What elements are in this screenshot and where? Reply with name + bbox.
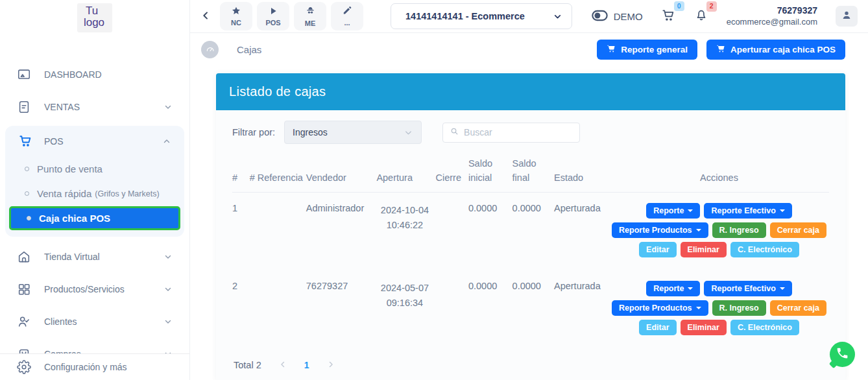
sidebar-item-tienda-virtual[interactable]: Tienda Virtual — [0, 241, 189, 273]
apertura-time: 09:16:34 — [376, 296, 433, 311]
cart-icon — [716, 44, 725, 55]
sidebar-item-configuracion[interactable]: Configuración y más — [0, 353, 189, 380]
apertura-date: 2024-10-04 — [376, 203, 433, 219]
gauge-icon — [201, 41, 219, 58]
cell-estado: Aperturada — [554, 270, 612, 348]
me-button[interactable]: ME — [294, 2, 326, 30]
demo-label: DEMO — [614, 11, 643, 22]
person-icon — [841, 9, 852, 23]
reporte-dropdown-button[interactable]: Reporte — [646, 203, 700, 219]
toggle-icon — [592, 10, 608, 23]
cell-num: 1 — [232, 192, 250, 270]
notifications-badge: 2 — [706, 1, 717, 12]
sidebar-item-productos-servicios[interactable]: Productos/Servicios — [0, 273, 189, 305]
company-select[interactable]: 14141414141 - Ecommerce — [391, 3, 572, 29]
notifications-button[interactable]: 2 — [694, 8, 708, 25]
cerrar-caja-button[interactable]: Cerrar caja — [770, 222, 826, 238]
button-label: Editar — [646, 323, 669, 332]
quick-button-label: ... — [344, 19, 350, 27]
button-label: C. Electrónico — [738, 245, 792, 254]
eliminar-button[interactable]: Eliminar — [681, 242, 727, 257]
sidebar-item-dashboard[interactable]: DASHBOARD — [0, 58, 189, 91]
sidebar-item-clientes[interactable]: Clientes — [0, 305, 189, 338]
pencil-icon — [342, 6, 352, 18]
sidebar-item-pos[interactable]: POS — [5, 126, 184, 157]
sidebar-item-caja-chica-pos[interactable]: Caja chica POS — [9, 206, 180, 230]
pos-button[interactable]: POS — [257, 2, 289, 30]
edit-more-button[interactable]: ... — [331, 2, 363, 30]
sidebar-item-label: Caja chica POS — [39, 213, 110, 224]
page-actions: Reporte general Aperturar caja chica POS — [597, 40, 845, 60]
eliminar-button[interactable]: Eliminar — [681, 320, 727, 335]
page-number[interactable]: 1 — [304, 360, 309, 370]
cell-vendedor: 76279327 — [306, 270, 377, 348]
whatsapp-button[interactable] — [830, 342, 855, 367]
editar-button[interactable]: Editar — [639, 320, 676, 335]
sidebar-item-ventas[interactable]: VENTAS — [0, 91, 189, 123]
logo-text: Tu logo — [77, 3, 112, 32]
c-electronico-button[interactable]: C. Electrónico — [730, 320, 799, 335]
card-header: Listado de cajas — [216, 73, 845, 110]
cell-cierre — [435, 192, 468, 270]
column-header-estado: Estado — [554, 157, 612, 192]
editar-button[interactable]: Editar — [639, 242, 676, 257]
caret-down-icon — [688, 287, 693, 290]
caret-down-icon — [688, 209, 693, 212]
star-icon — [231, 6, 241, 18]
reporte-dropdown-button[interactable]: Reporte — [646, 281, 700, 296]
user-info: 76279327 ecommerce@gmail.com — [727, 5, 817, 27]
topbar: NC POS ME . — [190, 0, 868, 33]
reporte-general-button[interactable]: Reporte general — [597, 40, 697, 60]
cell-apertura: 2024-10-04 10:46:22 — [376, 192, 435, 270]
filter-select-value: Ingresos — [293, 127, 328, 137]
quick-button-label: ME — [305, 19, 316, 27]
user-email: ecommerce@gmail.com — [727, 17, 817, 27]
nc-button[interactable]: NC — [220, 2, 252, 30]
table-header-row: # # Referencia Vendedor Apertura Cierre … — [232, 157, 829, 192]
cell-referencia — [250, 192, 306, 270]
sidebar-item-label: Configuración y más — [44, 362, 127, 372]
r-ingreso-button[interactable]: R. Ingreso — [712, 222, 766, 238]
filter-label: Filtrar por: — [232, 127, 275, 137]
cart-icon — [18, 134, 34, 148]
filter-select[interactable]: Ingresos — [284, 121, 422, 144]
r-ingreso-button[interactable]: R. Ingreso — [712, 300, 766, 316]
home-icon — [17, 250, 32, 264]
cell-saldo-inicial: 0.0000 — [468, 270, 512, 348]
caret-down-icon — [696, 307, 701, 309]
aperturar-caja-button[interactable]: Aperturar caja chica POS — [706, 40, 845, 60]
topbar-right: DEMO 0 2 76279327 ecommerce@gmail — [592, 5, 858, 27]
column-header-saldo-final: Saldo final — [512, 157, 554, 192]
bullet-icon — [25, 167, 29, 171]
next-page-button[interactable] — [325, 359, 337, 372]
reporte-productos-dropdown-button[interactable]: Reporte Productos — [612, 222, 708, 238]
cart-icon — [607, 44, 616, 55]
reporte-productos-dropdown-button[interactable]: Reporte Productos — [612, 300, 708, 316]
button-label: Reporte — [653, 206, 684, 215]
whatsapp-phone-icon — [836, 346, 849, 362]
button-label: R. Ingreso — [719, 303, 759, 313]
main-content: Listado de cajas Filtrar por: Ingresos — [190, 65, 868, 380]
button-label: Reporte Efectivo — [711, 284, 775, 293]
apertura-time: 10:46:22 — [376, 218, 433, 233]
cerrar-caja-button[interactable]: Cerrar caja — [770, 300, 826, 316]
bullet-icon — [25, 191, 29, 196]
cell-vendedor: Administrador — [306, 192, 377, 270]
search-input[interactable] — [464, 127, 581, 137]
monitor-icon — [17, 67, 32, 82]
cajas-table: # # Referencia Vendedor Apertura Cierre … — [232, 157, 829, 348]
search-box — [442, 123, 580, 143]
user-menu-button[interactable] — [836, 6, 858, 27]
logo[interactable]: Tu logo — [0, 0, 189, 32]
sidebar-item-venta-rapida[interactable]: Venta rápida (Grifos y Markets) — [5, 182, 184, 206]
prev-page-button[interactable] — [277, 359, 289, 372]
sidebar-item-punto-de-venta[interactable]: Punto de venta — [5, 157, 184, 182]
reporte-efectivo-dropdown-button[interactable]: Reporte Efectivo — [704, 281, 791, 296]
reporte-efectivo-dropdown-button[interactable]: Reporte Efectivo — [704, 203, 791, 219]
collapse-sidebar-button[interactable] — [198, 8, 213, 25]
cell-apertura: 2024-05-07 09:16:34 — [376, 270, 435, 348]
c-electronico-button[interactable]: C. Electrónico — [730, 242, 799, 257]
demo-toggle[interactable]: DEMO — [592, 10, 643, 23]
sidebar-nav: DASHBOARD VENTAS POS — [0, 58, 189, 370]
cart-menu-button[interactable]: 0 — [661, 8, 676, 25]
